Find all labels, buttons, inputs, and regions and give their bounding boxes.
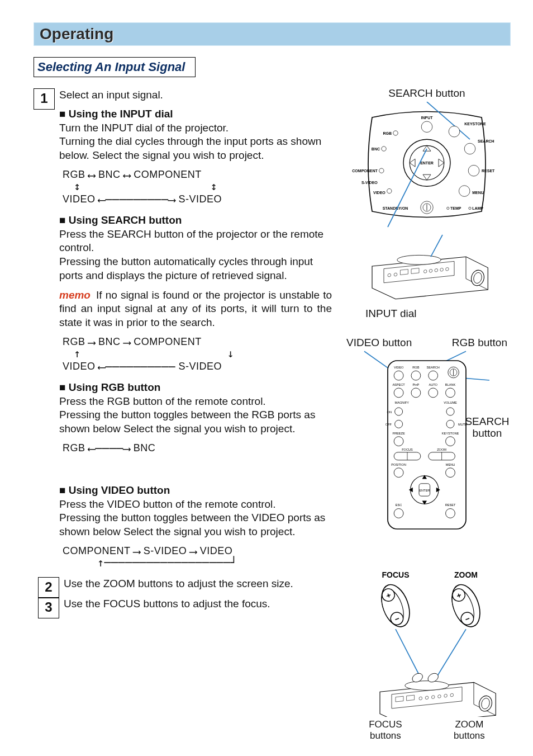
method-heading-search: Using SEARCH button — [59, 214, 332, 226]
svg-text:VOLUME: VOLUME — [444, 401, 457, 404]
svg-point-5 — [449, 126, 460, 137]
svg-point-7 — [468, 165, 479, 176]
svg-point-4 — [421, 121, 432, 133]
callout-search-button-remote: SEARCH button — [465, 427, 510, 439]
memo-paragraph: memo If no signal is found or the projec… — [59, 289, 332, 330]
input-dial-flow-diagram: RGB ⟷ BNC ⟷ COMPONENT ↕↕ VIDEO ⟵────────… — [63, 168, 332, 206]
svg-text:ZOOM: ZOOM — [454, 570, 478, 579]
callout-focus-buttons: FOCUS buttons — [369, 719, 402, 741]
method-heading-input-dial: Using the INPUT dial — [59, 108, 332, 120]
step1-intro: Select an input signal. — [59, 88, 332, 102]
fig-projector-controls: SEARCH button ENTER — [343, 87, 511, 320]
svg-text:FOCUS: FOCUS — [402, 448, 413, 451]
svg-text:MAGNIFY: MAGNIFY — [395, 401, 410, 404]
section-title: Operating — [40, 25, 505, 43]
svg-point-50 — [394, 371, 403, 380]
step-number: 3 — [38, 597, 59, 618]
fig-remote-control: VIDEO button RGB button VIDEO R — [343, 337, 511, 551]
svg-point-124 — [405, 681, 449, 690]
callout-video-button: VIDEO button — [346, 337, 412, 349]
svg-text:STANDBY/ON: STANDBY/ON — [383, 206, 408, 210]
method-heading-rgb: Using RGB button — [59, 381, 332, 394]
svg-text:KEYSTONE: KEYSTONE — [464, 122, 486, 126]
method-body-video: Press the VIDEO button of the remote con… — [59, 498, 332, 539]
svg-text:BNC: BNC — [372, 147, 380, 151]
method-body-input-dial: Turn the INPUT dial of the projector. Tu… — [59, 121, 332, 163]
svg-text:ENTER: ENTER — [419, 489, 430, 492]
svg-point-13 — [379, 168, 384, 173]
svg-line-111 — [396, 629, 421, 678]
callout-zoom-buttons: ZOOM buttons — [454, 719, 485, 741]
svg-text:VIDEO: VIDEO — [373, 191, 386, 195]
svg-text:SEARCH: SEARCH — [478, 139, 494, 143]
svg-text:ENTER: ENTER — [420, 161, 434, 165]
svg-text:RESET: RESET — [445, 503, 456, 507]
svg-text:LAMP: LAMP — [472, 206, 483, 210]
svg-line-45 — [431, 235, 442, 257]
step-number: 2 — [38, 577, 59, 598]
step2-body: Use the ZOOM buttons to adjust the scree… — [64, 577, 332, 591]
svg-point-88 — [446, 468, 455, 478]
svg-text:POSITION: POSITION — [391, 463, 406, 466]
svg-text:RESET: RESET — [482, 169, 495, 173]
svg-point-62 — [446, 388, 455, 398]
method-body-search: Press the SEARCH button of the projector… — [59, 228, 332, 283]
svg-point-12 — [387, 188, 392, 193]
svg-point-8 — [459, 186, 470, 197]
svg-text:PinP: PinP — [412, 383, 419, 386]
step-3: 3 Use the FOCUS buttons to adjust the fo… — [38, 597, 332, 611]
svg-text:AUTO: AUTO — [429, 383, 437, 386]
svg-point-93 — [394, 509, 403, 518]
fig-focus-zoom: FOCUS ZOOM + − — [343, 568, 511, 741]
step-number: 1 — [34, 88, 55, 110]
svg-text:TEMP: TEMP — [450, 206, 461, 210]
svg-text:RGB: RGB — [412, 366, 419, 369]
svg-point-15 — [393, 131, 398, 135]
search-flow-diagram: RGB ⟶ BNC ⟶ COMPONENT ↑↓ VIDEO ⟵────────… — [63, 336, 332, 374]
svg-point-51 — [411, 371, 421, 380]
svg-point-24 — [447, 207, 449, 209]
svg-text:ZOOM: ZOOM — [437, 448, 446, 451]
step-1: 1 Select an input signal. Using the INPU… — [34, 88, 332, 569]
svg-text:BLANK: BLANK — [445, 383, 456, 386]
svg-text:ON: ON — [387, 410, 392, 414]
step3-body: Use the FOCUS buttons to adjust the focu… — [64, 597, 332, 611]
svg-text:FOCUS: FOCUS — [382, 570, 410, 579]
method-body-rgb: Press the RGB button of the remote contr… — [59, 395, 332, 436]
svg-text:ASPECT: ASPECT — [392, 383, 405, 386]
rgb-flow-diagram: RGB ⟵────⟶ BNC — [63, 442, 332, 455]
svg-text:INPUT: INPUT — [421, 116, 434, 120]
svg-text:ESC: ESC — [396, 503, 402, 507]
memo-label: memo — [59, 289, 91, 301]
svg-point-95 — [446, 509, 455, 518]
subsection-title: Selecting An Input Signal — [34, 57, 196, 77]
svg-point-60 — [411, 388, 421, 398]
svg-text:MENU: MENU — [472, 191, 484, 195]
svg-point-68 — [395, 408, 403, 415]
svg-text:SEARCH: SEARCH — [427, 366, 440, 369]
callout-search-button: SEARCH button — [343, 87, 511, 100]
svg-text:VIDEO: VIDEO — [394, 366, 404, 369]
svg-line-112 — [436, 629, 466, 678]
svg-text:S-VIDEO: S-VIDEO — [361, 181, 378, 185]
svg-point-44 — [397, 255, 441, 264]
svg-point-59 — [394, 388, 403, 398]
svg-text:COMPONENT: COMPONENT — [352, 169, 378, 173]
svg-text:RGB: RGB — [383, 131, 392, 135]
svg-point-73 — [446, 408, 454, 415]
step-2: 2 Use the ZOOM buttons to adjust the scr… — [38, 577, 332, 591]
section-header: Operating — [34, 22, 511, 46]
svg-point-52 — [429, 371, 438, 380]
svg-text:MENU: MENU — [446, 463, 455, 466]
callout-rgb-button: RGB button — [452, 337, 507, 349]
svg-point-61 — [429, 388, 438, 398]
svg-point-25 — [469, 207, 471, 209]
svg-point-86 — [394, 468, 403, 478]
method-heading-video: Using VIDEO button — [59, 484, 332, 497]
callout-input-dial: INPUT dial — [365, 308, 511, 320]
memo-body: If no signal is found or the projector i… — [59, 289, 332, 328]
svg-point-14 — [382, 147, 386, 151]
svg-point-6 — [464, 143, 475, 154]
video-flow-diagram: COMPONENT ⟶ S-VIDEO ⟶ VIDEO ↑───────────… — [63, 545, 332, 569]
